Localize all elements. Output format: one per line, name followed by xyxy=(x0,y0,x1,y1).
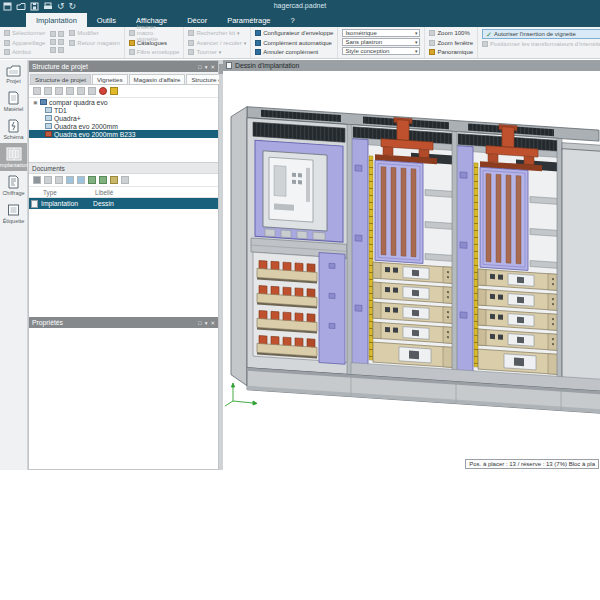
avancer-reculer-button[interactable]: Avancer / reculer▾ xyxy=(188,39,246,47)
properties-header: Propriétés □▾✕ xyxy=(29,317,218,328)
item-icon xyxy=(45,115,52,121)
expander-icon[interactable]: ▣ xyxy=(33,100,38,105)
tool-icon[interactable] xyxy=(58,39,64,45)
project-tree: ▣ compar quadra evo TD1 Quadra+ Quadra e… xyxy=(29,98,218,138)
doc-tool-icon[interactable] xyxy=(33,176,41,184)
3d-view[interactable]: Pos. à placer : 13 / réserve : 13 (7%) B… xyxy=(223,71,600,470)
annuler-complement-button[interactable]: Annuler complément xyxy=(255,48,333,56)
sidebar-item-implantation[interactable]: Implantation xyxy=(0,143,27,171)
panoramique-button[interactable]: Panoramique xyxy=(429,48,473,56)
ribbon-group-vignette: ✓Autoriser l'insertion de vignette Posit… xyxy=(478,27,600,58)
documents-panel: Documents Type Libellé Implantation xyxy=(29,162,218,209)
label-icon xyxy=(7,203,20,217)
doc-tool-icon[interactable] xyxy=(44,176,52,184)
left-panels: Structure de projet □▾✕ Structure de pro… xyxy=(28,60,219,470)
menu-down-icon[interactable]: ▾ xyxy=(205,64,208,70)
catalogues-button[interactable]: Catalogues xyxy=(129,39,180,47)
check-icon: ✓ xyxy=(486,31,492,38)
zoom-fenetre-button[interactable]: Zoom fenêtre xyxy=(429,39,473,47)
autoriser-insertion-vignette-toggle[interactable]: ✓Autoriser l'insertion de vignette xyxy=(482,29,600,39)
doc-tool-icon[interactable] xyxy=(77,176,85,184)
conception-style-dropdown[interactable]: Style conception▾ xyxy=(342,47,420,55)
enclosure-icon xyxy=(40,99,47,105)
tab-help[interactable]: ? xyxy=(281,13,305,27)
doc-tool-icon[interactable] xyxy=(88,176,96,184)
tree-tool-icon[interactable] xyxy=(88,87,96,95)
sidebar-item-schema[interactable]: Schéma xyxy=(0,115,27,143)
forbid-icon[interactable] xyxy=(99,87,107,95)
cancel-complete-icon xyxy=(255,49,261,55)
tree-tool-icon[interactable] xyxy=(55,87,63,95)
plastron-dropdown[interactable]: Sans plastron▾ xyxy=(342,38,420,46)
tool-icon[interactable] xyxy=(58,47,64,53)
drawing-tab-icon xyxy=(226,62,232,69)
tree-item-quadra-2000[interactable]: Quadra evo 2000mm xyxy=(29,122,218,130)
search-kit-icon xyxy=(188,30,194,36)
key-icon[interactable] xyxy=(110,87,118,95)
tool-icon[interactable] xyxy=(50,39,56,45)
close-icon[interactable]: ✕ xyxy=(210,64,215,70)
tree-tool-icon[interactable] xyxy=(33,87,41,95)
configurateur-enveloppe-button[interactable]: Configurateur d'enveloppe xyxy=(255,29,333,37)
rechercher-kit-button[interactable]: Rechercher kit▾ xyxy=(188,29,246,37)
project-panel-title: Structure de projet xyxy=(32,63,88,70)
configurator-icon xyxy=(255,30,261,36)
tree-item-quadra-plus[interactable]: Quadra+ xyxy=(29,114,218,122)
ribbon-group-navigate: Rechercher kit▾ Avancer / reculer▾ Tourn… xyxy=(184,27,251,58)
view-style-dropdown[interactable]: Isométrique▾ xyxy=(342,29,420,37)
document-row[interactable]: Implantation Dessin xyxy=(29,198,218,209)
drawing-tab-label[interactable]: Dessin d'implantation xyxy=(235,62,299,69)
tourner-button[interactable]: Tourner▾ xyxy=(188,48,246,56)
ribbon-group-insert: Insérer macro vignette Catalogues Filtre… xyxy=(125,27,185,58)
select-button[interactable]: Sélectionner xyxy=(4,29,45,37)
pin-icon[interactable]: □ xyxy=(198,320,201,326)
sidebar-item-materiel[interactable]: Matériel xyxy=(0,87,27,115)
macro-icon xyxy=(129,30,135,36)
tab-vignettes[interactable]: Vignettes xyxy=(92,74,128,84)
tab-decor[interactable]: Décor xyxy=(177,13,217,27)
pan-icon xyxy=(429,49,435,55)
drawing-icon xyxy=(31,200,38,208)
tree-tool-icon[interactable] xyxy=(77,87,85,95)
tab-parametrage[interactable]: Paramétrage xyxy=(217,13,280,27)
doc-tool-icon[interactable] xyxy=(55,176,63,184)
zoom-100-button[interactable]: Zoom 100% xyxy=(429,29,473,37)
tool-icon[interactable] xyxy=(58,31,64,37)
positionner-transformateurs-button[interactable]: Positionner les transformateurs d'intens… xyxy=(482,40,600,48)
filtre-enveloppe-button[interactable]: Filtre enveloppe xyxy=(129,48,180,56)
doc-tool-icon[interactable] xyxy=(110,176,118,184)
retour-magasin-button[interactable]: Retour magasin xyxy=(69,39,119,47)
tree-tool-icon[interactable] xyxy=(44,87,52,95)
transformer-icon xyxy=(482,41,488,47)
insert-macro-vignette-button[interactable]: Insérer macro vignette xyxy=(129,29,180,37)
tool-icon[interactable] xyxy=(50,47,56,53)
sidebar-item-projet[interactable]: Projet xyxy=(0,60,27,87)
doc-tool-icon[interactable] xyxy=(66,176,74,184)
sidebar-item-etiquette[interactable]: Étiquette xyxy=(0,199,27,227)
pricing-icon xyxy=(7,175,20,189)
tab-magasin-affaire[interactable]: Magasin d'affaire xyxy=(129,74,186,84)
edit-icon xyxy=(69,30,75,36)
close-icon[interactable]: ✕ xyxy=(210,320,215,326)
tab-implantation[interactable]: Implantation xyxy=(26,13,87,27)
zoom-window-icon xyxy=(429,40,435,46)
zoom-100-icon xyxy=(429,30,435,36)
attribut-button[interactable]: Attribut xyxy=(4,48,45,56)
appareillage-button[interactable]: Appareillage xyxy=(4,39,45,47)
tree-item-td1[interactable]: TD1 xyxy=(29,106,218,114)
sidebar-item-chiffrage[interactable]: Chiffrage xyxy=(0,171,27,199)
tree-item-root[interactable]: ▣ compar quadra evo xyxy=(29,98,218,106)
modifier-button[interactable]: Modifier xyxy=(69,29,119,37)
tool-icon[interactable] xyxy=(50,31,56,37)
tree-tool-icon[interactable] xyxy=(66,87,74,95)
tab-outils[interactable]: Outils xyxy=(87,13,126,27)
item-icon xyxy=(45,131,52,137)
menu-down-icon[interactable]: ▾ xyxy=(205,320,208,326)
doc-tool-icon[interactable] xyxy=(121,176,129,184)
doc-tool-icon[interactable] xyxy=(99,176,107,184)
tree-item-quadra-2000-selected[interactable]: Quadra evo 2000mm B233 xyxy=(29,130,218,138)
tab-structure-projet[interactable]: Structure de projet xyxy=(30,74,91,84)
pin-icon[interactable]: □ xyxy=(198,64,201,70)
cabinet-icon xyxy=(6,147,22,161)
complement-automatique-button[interactable]: Complément automatique xyxy=(255,39,333,47)
